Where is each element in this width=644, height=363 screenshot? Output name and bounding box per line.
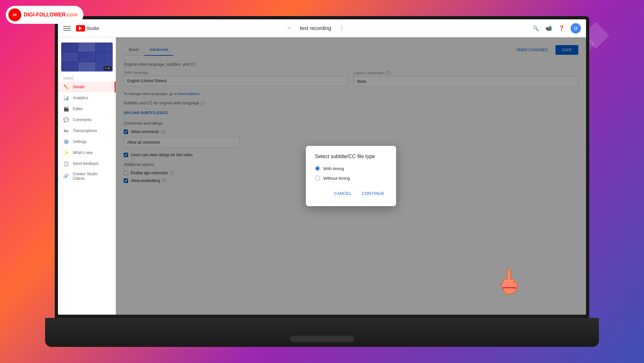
without-timing-radio[interactable] [315, 176, 320, 181]
transcriptions-icon: Aa [63, 128, 69, 134]
video-title: test recording [300, 25, 331, 31]
watermark-text: DIGI-FOLLOWER.com [24, 12, 78, 18]
more-options-icon[interactable]: ⋮ [339, 25, 345, 32]
help-icon[interactable]: ❓ [558, 24, 565, 32]
sidebar-item-settings[interactable]: ⚙️ Settings [58, 136, 116, 147]
dialog-overlay: Select subtitle/CC file type With timing… [116, 37, 586, 315]
whats-new-icon: ✨ [63, 150, 69, 156]
sidebar-item-comments-label: Comments [73, 118, 91, 122]
continue-button[interactable]: CONTINUE [359, 188, 387, 198]
cancel-button[interactable]: CANCEL [331, 188, 354, 198]
sidebar-item-comments[interactable]: 💬 Comments [58, 114, 116, 125]
hand-cursor [496, 266, 522, 295]
subtitle-dialog: Select subtitle/CC file type With timing… [306, 146, 396, 206]
sidebar: 0:49 Video ✏️ Details 📊 Analytics [58, 37, 116, 315]
sidebar-section-video: Video [58, 74, 116, 81]
without-timing-option: Without timing [315, 176, 387, 181]
sidebar-item-whats-new-label: What's new [73, 150, 93, 155]
analytics-icon: 📊 [63, 95, 69, 101]
comments-icon: 💬 [63, 117, 69, 123]
sidebar-item-creator-studio-label: Creator Studio Classic [73, 172, 110, 181]
content-area: Basic Advanced UNDO CHANGES SAVE Origina… [116, 37, 586, 315]
details-icon: ✏️ [63, 84, 69, 90]
back-button[interactable]: ← [286, 25, 292, 32]
sidebar-item-analytics[interactable]: 📊 Analytics [58, 92, 116, 103]
studio-label: Studio [86, 26, 99, 31]
laptop-screen: Studio ← test recording ⋮ 🔍 📹 ❓ U [55, 16, 589, 318]
nav-icons: 🔍 📹 ❓ U [532, 23, 581, 33]
youtube-icon [76, 25, 85, 32]
sidebar-item-editor-label: Editor [73, 107, 83, 111]
thumbnail-time: 0:49 [104, 66, 111, 70]
dialog-actions: CANCEL CONTINUE [315, 188, 387, 198]
with-timing-radio[interactable] [315, 166, 320, 171]
video-thumbnail: 0:49 [61, 43, 113, 72]
laptop-base [45, 318, 599, 347]
dialog-title: Select subtitle/CC file type [315, 154, 387, 159]
create-icon[interactable]: 📹 [545, 24, 553, 32]
user-avatar[interactable]: U [571, 23, 581, 33]
settings-icon: ⚙️ [63, 139, 69, 145]
creator-studio-icon: 🔗 [63, 173, 69, 179]
sidebar-item-transcriptions[interactable]: Aa Transcriptions [58, 125, 116, 136]
top-nav: Studio ← test recording ⋮ 🔍 📹 ❓ U [58, 19, 586, 37]
without-timing-label: Without timing [323, 176, 350, 181]
editor-icon: 🎬 [63, 106, 69, 112]
laptop-frame: Studio ← test recording ⋮ 🔍 📹 ❓ U [55, 16, 589, 347]
sidebar-item-send-feedback-label: Send feedback [73, 161, 99, 166]
hamburger-menu[interactable] [63, 24, 71, 32]
main-content: 0:49 Video ✏️ Details 📊 Analytics [58, 37, 586, 315]
sidebar-item-details-label: Details [73, 85, 85, 89]
sidebar-item-analytics-label: Analytics [73, 96, 88, 100]
watermark: DF DIGI-FOLLOWER.com [6, 6, 83, 24]
with-timing-label: With timing [323, 166, 344, 171]
sidebar-item-details[interactable]: ✏️ Details [58, 81, 116, 92]
sidebar-item-creator-studio[interactable]: 🔗 Creator Studio Classic [58, 169, 116, 183]
sidebar-item-transcriptions-label: Transcriptions [73, 129, 97, 133]
studio-ui: Studio ← test recording ⋮ 🔍 📹 ❓ U [58, 19, 586, 315]
svg-text:DF: DF [13, 13, 17, 17]
sidebar-item-editor[interactable]: 🎬 Editor [58, 103, 116, 114]
screen-content: Studio ← test recording ⋮ 🔍 📹 ❓ U [58, 19, 586, 315]
watermark-icon: DF [8, 8, 21, 21]
send-feedback-icon: 📋 [63, 161, 69, 167]
sidebar-item-send-feedback[interactable]: 📋 Send feedback [58, 158, 116, 169]
with-timing-option: With timing [315, 166, 387, 171]
search-icon[interactable]: 🔍 [532, 24, 540, 32]
sidebar-item-whats-new[interactable]: ✨ What's new [58, 147, 116, 158]
sidebar-item-settings-label: Settings [73, 139, 87, 144]
yt-logo: Studio [76, 25, 99, 32]
